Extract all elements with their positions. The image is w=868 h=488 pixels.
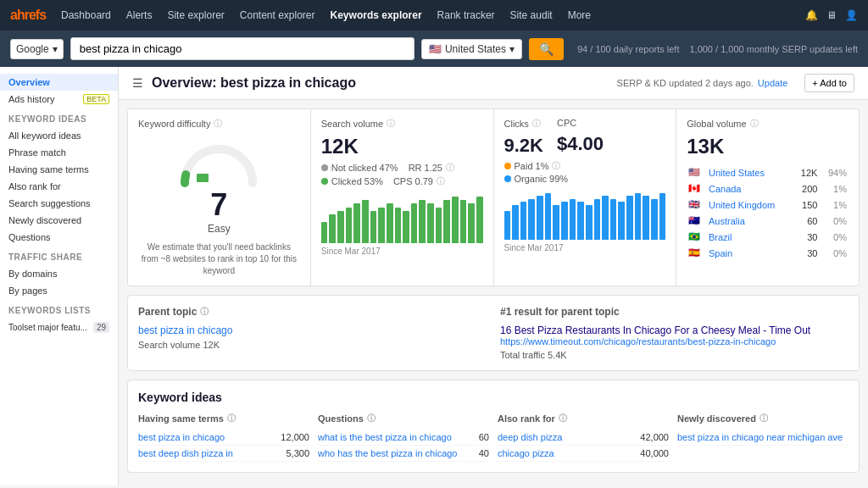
monitor-icon[interactable]: 🖥 — [826, 9, 837, 21]
sv-help-icon[interactable]: ⓘ — [387, 118, 395, 130]
kd-help-icon[interactable]: ⓘ — [214, 118, 222, 130]
sidebar-item-by-pages[interactable]: By pages — [0, 282, 118, 299]
sv-bar — [443, 200, 450, 243]
idea-keyword-link[interactable]: deep dish pizza — [498, 432, 562, 442]
sidebar-item-overview[interactable]: Overview — [0, 74, 118, 91]
parent-topic-keyword[interactable]: best pizza in chicago — [138, 324, 232, 336]
idea-keyword-link[interactable]: what is the best pizza in chicago — [318, 432, 452, 442]
country-name[interactable]: Canada — [709, 181, 788, 196]
clicked-dot — [321, 178, 328, 185]
nav-keywords-explorer[interactable]: Keywords explorer — [331, 9, 422, 21]
nav-rank-tracker[interactable]: Rank tracker — [437, 9, 495, 21]
sidebar-item-search-suggestions[interactable]: Search suggestions — [0, 195, 118, 212]
gv-help-icon[interactable]: ⓘ — [750, 118, 759, 130]
country-name[interactable]: Australia — [709, 214, 788, 228]
parent-topic-section: Parent topic ⓘ best pizza in chicago Sea… — [127, 295, 860, 371]
clicks-cpc-card: Clicks ⓘ 9.2K CPC $4.00 Paid 1% — [494, 109, 676, 286]
sidebar-item-all-keywords[interactable]: All keyword ideas — [0, 127, 118, 144]
sidebar-item-ads-history[interactable]: Ads history BETA — [0, 91, 118, 108]
gv-value: 13K — [687, 135, 849, 158]
parent-topic-help[interactable]: ⓘ — [200, 306, 209, 318]
gauge-svg — [176, 136, 261, 187]
sv-bar — [370, 211, 377, 243]
nav-content-explorer[interactable]: Content explorer — [240, 9, 315, 21]
sv-bar — [321, 222, 328, 243]
col-help-icon[interactable]: ⓘ — [760, 413, 768, 424]
rr-help[interactable]: ⓘ — [446, 162, 454, 174]
country-vol: 150 — [790, 197, 822, 212]
sidebar-item-having-same-terms[interactable]: Having same terms — [0, 161, 118, 178]
sidebar-item-questions[interactable]: Questions — [0, 229, 118, 246]
col-help-icon[interactable]: ⓘ — [227, 413, 236, 424]
search-bar: Google ▾ 🇺🇸 United States ▾ 🔍 94 / 100 d… — [0, 30, 868, 67]
nav-site-explorer[interactable]: Site explorer — [167, 9, 224, 21]
kd-value: 7 — [210, 187, 227, 223]
idea-col-title: Having same terms ⓘ — [138, 413, 309, 424]
first-result-link[interactable]: 16 Best Pizza Restaurants In Chicago For… — [500, 324, 810, 336]
sidebar-item-phrase-match[interactable]: Phrase match — [0, 144, 118, 161]
search-input[interactable] — [70, 37, 415, 60]
idea-keyword-link[interactable]: best pizza in chicago — [138, 432, 225, 442]
update-link[interactable]: Update — [758, 78, 787, 88]
paid-help[interactable]: ⓘ — [552, 160, 560, 172]
serp-updates-left: 1,000 / 1,000 monthly SERP updates left — [689, 44, 858, 54]
keyword-ideas-title: Keyword ideas — [138, 391, 849, 404]
parent-topic-title: Parent topic ⓘ — [138, 306, 487, 318]
kd-gauge: 7 Easy — [138, 136, 300, 235]
country-name[interactable]: Brazil — [709, 230, 788, 244]
nav-dashboard[interactable]: Dashboard — [61, 9, 111, 21]
sidebar-item-newly-discovered[interactable]: Newly discovered — [0, 212, 118, 229]
idea-count: 40,000 — [640, 448, 669, 458]
idea-row: best pizza in chicago near michigan ave — [677, 430, 849, 446]
add-to-button[interactable]: + Add to — [804, 74, 854, 92]
country-select[interactable]: 🇺🇸 United States ▾ — [421, 39, 522, 59]
menu-icon[interactable]: ☰ — [132, 76, 143, 90]
idea-keyword-link[interactable]: chicago pizza — [498, 448, 554, 458]
sv-value: 12K — [321, 135, 483, 158]
nav-alerts[interactable]: Alerts — [126, 9, 153, 21]
nav-site-audit[interactable]: Site audit — [510, 9, 553, 21]
engine-select[interactable]: Google ▾ — [10, 39, 64, 59]
nav-more[interactable]: More — [568, 9, 591, 21]
global-country-row: 🇪🇸 Spain 30 0% — [688, 246, 847, 260]
parent-search-volume: Search volume 12K — [138, 340, 487, 350]
col-help-icon[interactable]: ⓘ — [559, 413, 567, 424]
keywords-list-count: 29 — [93, 322, 109, 333]
bell-icon[interactable]: 🔔 — [805, 9, 818, 21]
idea-row: best deep dish pizza in 5,300 — [138, 446, 309, 462]
country-name[interactable]: United Kingdom — [709, 197, 788, 212]
idea-row: best pizza in chicago 12,000 — [138, 430, 309, 446]
sidebar-item-keywords-list[interactable]: Toolset major featu... 29 — [0, 319, 118, 336]
sv-bar — [468, 203, 475, 243]
cps-help[interactable]: ⓘ — [437, 175, 445, 187]
country-name[interactable]: United States — [709, 165, 788, 180]
gv-title: Global volume ⓘ — [687, 118, 849, 130]
sidebar-overview-label: Overview — [8, 77, 50, 87]
sv-bar — [329, 214, 336, 243]
idea-col-title: Newly discovered ⓘ — [677, 413, 849, 424]
main-content: ☰ Overview: best pizza in chicago SERP &… — [119, 67, 868, 485]
kd-title: Keyword difficulty ⓘ — [138, 118, 300, 130]
idea-keyword-link[interactable]: best deep dish pizza in — [138, 448, 233, 458]
sidebar-item-also-rank-for[interactable]: Also rank for — [0, 178, 118, 195]
sidebar-item-by-domains[interactable]: By domains — [0, 265, 118, 282]
sv-bar — [460, 200, 467, 243]
country-vol: 200 — [790, 181, 822, 196]
clicks-bar — [651, 199, 658, 240]
clicks-bar — [643, 196, 649, 240]
first-result-url[interactable]: https://www.timeout.com/chicago/restaura… — [500, 336, 849, 347]
idea-keyword-link[interactable]: best pizza in chicago near michigan ave — [677, 432, 843, 442]
page-header: ☰ Overview: best pizza in chicago SERP &… — [119, 67, 868, 100]
country-name[interactable]: Spain — [709, 246, 788, 260]
idea-keyword-link[interactable]: who has the best pizza in chicago — [318, 448, 458, 458]
sv-bar — [387, 203, 393, 243]
clicks-since: Since Mar 2017 — [504, 243, 666, 252]
chevron-down-icon: ▾ — [53, 43, 58, 55]
search-button[interactable]: 🔍 — [529, 38, 564, 60]
user-icon[interactable]: 👤 — [845, 9, 858, 21]
clicks-bar — [528, 199, 535, 240]
clicks-help-icon[interactable]: ⓘ — [532, 118, 541, 130]
clicks-bar — [545, 193, 552, 240]
parent-topic-grid: Parent topic ⓘ best pizza in chicago Sea… — [138, 306, 849, 360]
col-help-icon[interactable]: ⓘ — [367, 413, 376, 424]
